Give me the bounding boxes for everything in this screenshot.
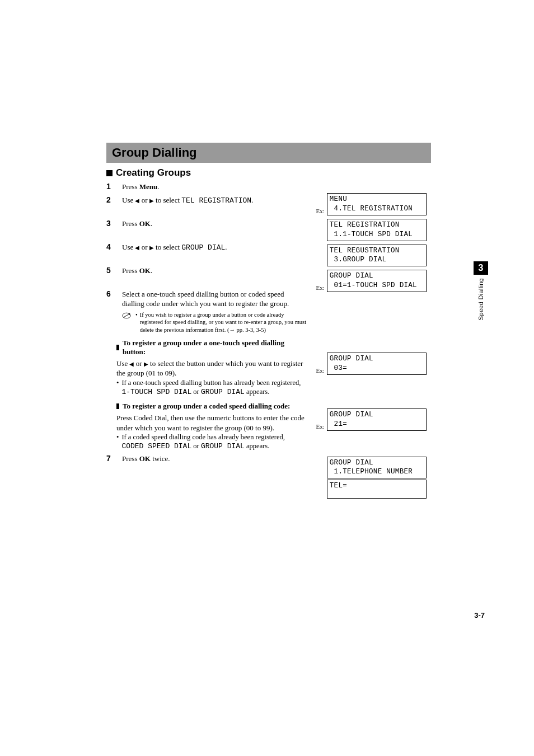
lcd-display: GROUP DIAL 1.TELEPHONE NUMBER <box>327 457 427 479</box>
note-icon <box>122 312 131 319</box>
step-7: 7 Press OK twice. <box>106 454 308 464</box>
step-body: Press OK. <box>122 266 308 276</box>
lcd-display: TEL= <box>327 480 427 499</box>
two-column-layout: 1 Press Menu. 2 Use ◀ or ▶ to select TEL… <box>106 182 431 502</box>
step-body: Press OK twice. <box>122 454 308 464</box>
triangle-right-icon: ▶ <box>149 244 154 252</box>
step-5: 5 Press OK. <box>106 266 308 276</box>
display-row: TEL REGISTRATION 1.1-TOUCH SPD DIAL <box>315 219 427 241</box>
step-1: 1 Press Menu. <box>106 182 308 192</box>
sub-one-touch-body: Use ◀ or ▶ to select the button under wh… <box>116 359 308 397</box>
display-row: TEL REGUSTRATION 3.GROUP DIAL <box>315 245 427 267</box>
lcd-display: MENU 4.TEL REGISTRATION <box>327 193 427 215</box>
step-6: 6 Select a one-touch speed dialling butt… <box>106 289 308 334</box>
half-block-icon <box>116 403 119 409</box>
lcd-display: GROUP DIAL 21= <box>327 408 427 431</box>
ex-label: Ex: <box>315 284 325 292</box>
section-title: Group Dialling <box>112 145 197 159</box>
square-bullet-icon <box>106 170 113 176</box>
step-2: 2 Use ◀ or ▶ to select TEL REGISTRATION. <box>106 195 308 206</box>
subsub-coded: To register a group under a coded speed … <box>116 402 308 411</box>
ex-label: Ex: <box>315 208 325 215</box>
display-row: GROUP DIAL 1.TELEPHONE NUMBER <box>315 457 427 479</box>
step-body: Use ◀ or ▶ to select TEL REGISTRATION. <box>122 195 308 206</box>
display-row: Ex: MENU 4.TEL REGISTRATION <box>315 193 427 215</box>
subheading-row: Creating Groups <box>106 167 431 179</box>
chapter-label: Speed Dialling <box>477 278 484 320</box>
triangle-right-icon: ▶ <box>144 360 148 368</box>
step-4: 4 Use ◀ or ▶ to select GROUP DIAL. <box>106 242 308 253</box>
display-row: Ex: GROUP DIAL 01=1-TOUCH SPD DIAL <box>315 270 427 292</box>
section-title-bar: Group Dialling <box>106 143 431 163</box>
step-body: Press OK. <box>122 219 308 229</box>
step-number: 4 <box>106 242 114 253</box>
lcd-display: TEL REGISTRATION 1.1-TOUCH SPD DIAL <box>327 219 427 241</box>
lcd-display: TEL REGUSTRATION 3.GROUP DIAL <box>327 245 427 267</box>
side-tab: 3 Speed Dialling <box>474 261 488 320</box>
triangle-right-icon: ▶ <box>149 197 154 205</box>
ex-label: Ex: <box>315 423 325 431</box>
step-body: Press Menu. <box>122 182 308 192</box>
lcd-display: GROUP DIAL 01=1-TOUCH SPD DIAL <box>327 270 427 292</box>
ex-label: Ex: <box>315 367 325 375</box>
step-body: Use ◀ or ▶ to select GROUP DIAL. <box>122 242 308 253</box>
note-row: • If you wish to register a group under … <box>122 311 308 334</box>
half-block-icon <box>116 345 119 350</box>
step-body: Select a one-touch speed dialling button… <box>122 289 308 334</box>
step-number: 5 <box>106 266 114 276</box>
chapter-number-tab: 3 <box>474 261 488 275</box>
display-row: Ex: GROUP DIAL 03= <box>315 353 427 375</box>
lcd-display: GROUP DIAL 03= <box>327 353 427 375</box>
page-number: 3-7 <box>474 611 485 619</box>
sub-bullet: • If a one-touch speed dialling button h… <box>116 378 308 397</box>
note-text: • If you wish to register a group under … <box>135 311 308 334</box>
right-column: Ex: MENU 4.TEL REGISTRATION TEL REGISTRA… <box>315 182 427 502</box>
step-number: 6 <box>106 289 114 334</box>
display-row: Ex: GROUP DIAL 21= <box>315 408 427 431</box>
subheading-text: Creating Groups <box>116 167 191 179</box>
page-content: Group Dialling Creating Groups 1 Press M… <box>106 143 431 502</box>
sub-coded-body: Press Coded Dial, then use the numeric b… <box>116 413 308 452</box>
step-number: 7 <box>106 454 114 464</box>
subsub-one-touch: To register a group under a one-touch sp… <box>116 339 308 356</box>
step-number: 1 <box>106 182 114 192</box>
step-number: 2 <box>106 195 114 206</box>
left-column: 1 Press Menu. 2 Use ◀ or ▶ to select TEL… <box>106 182 308 502</box>
step-number: 3 <box>106 219 114 229</box>
display-row: TEL= <box>315 480 427 499</box>
step-3: 3 Press OK. <box>106 219 308 229</box>
sub-bullet: • If a coded speed dialling code has alr… <box>116 433 308 452</box>
